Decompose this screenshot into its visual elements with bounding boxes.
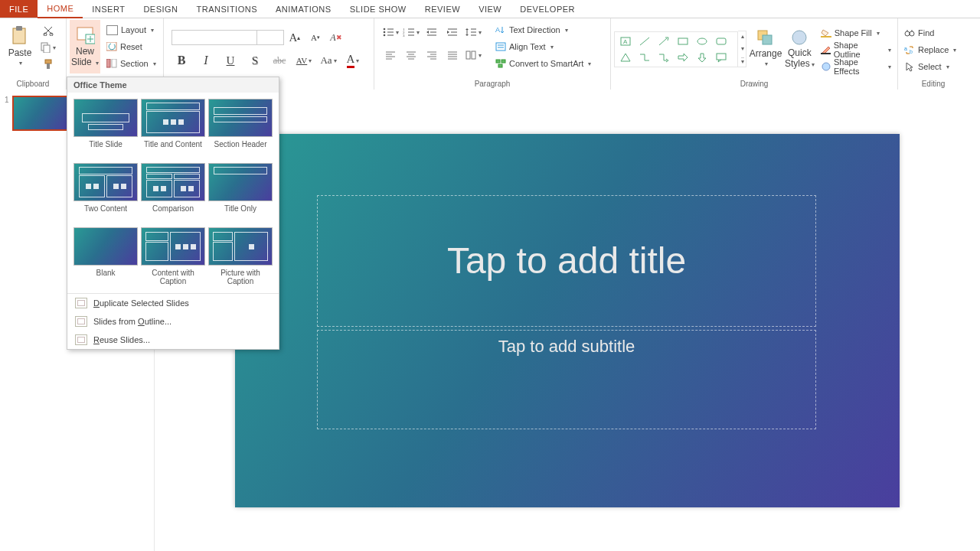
font-color-button[interactable]: A▾ [343,51,363,70]
slides-from-outline-command[interactable]: Slides from Outline... [67,312,279,331]
section-icon [106,59,117,68]
copy-button[interactable]: ▾ [40,40,57,55]
italic-button[interactable]: I [196,51,216,70]
title-placeholder[interactable]: Tap to add title [317,195,816,327]
new-slide-button[interactable]: New Slide ▾ [70,20,100,73]
shape-rect[interactable] [674,34,692,49]
drawing-group-label: Drawing [614,78,894,90]
text-direction-button[interactable]: AText Direction▾ [492,21,594,38]
increase-indent-button[interactable] [443,23,462,41]
shape-right-arrow[interactable] [674,50,692,65]
shadow-button[interactable]: S [245,51,265,70]
change-case-button[interactable]: Aa▾ [318,51,338,70]
slide-thumbnail-1[interactable] [12,96,69,131]
replace-button[interactable]: abReplace▾ [901,41,959,58]
paste-button[interactable]: Paste ▾ [3,20,37,73]
paste-icon [10,25,30,47]
align-text-button[interactable]: Align Text▾ [492,38,594,55]
bullets-button[interactable]: ▾ [381,23,400,41]
layout-title-and-content[interactable]: Title and Content [141,99,205,158]
columns-button[interactable]: ▾ [463,46,483,64]
tab-developer[interactable]: DEVELOPER [511,0,584,18]
svg-rect-69 [717,54,726,60]
shapes-more[interactable]: ▾ [741,57,744,65]
font-name-combo[interactable] [172,30,257,45]
tab-insert[interactable]: INSERT [83,0,134,18]
subtitle-placeholder[interactable]: Tap to add subtitle [317,330,816,429]
shape-line[interactable] [635,34,654,49]
select-button[interactable]: Select▾ [901,58,952,75]
scissors-icon [43,25,54,36]
shapes-gallery[interactable]: A [614,31,738,67]
section-button[interactable]: Section▾ [103,55,159,72]
shape-callout[interactable] [712,50,730,65]
arrange-button[interactable]: Arrange▾ [750,22,782,76]
convert-smartart-button[interactable]: Convert to SmartArt▾ [492,55,594,72]
outline-label: Slides from Outline... [93,317,172,326]
tab-slideshow[interactable]: SLIDE SHOW [341,0,416,18]
tab-transitions[interactable]: TRANSITIONS [188,0,266,18]
replace-label: Replace [918,45,949,54]
layout-title-slide[interactable]: Title Slide [74,99,138,158]
reuse-slides-command[interactable]: Reuse Slides... [67,331,279,349]
shapes-scroll-up[interactable]: ▴ [741,33,744,40]
layout-content-with-caption[interactable]: Content with Caption [141,227,205,287]
grow-font-button[interactable]: A▴ [285,28,305,47]
bold-button[interactable]: B [172,51,191,70]
duplicate-slides-command[interactable]: Duplicate Selected Slides [67,294,279,312]
tab-review[interactable]: REVIEW [416,0,469,18]
numbering-button[interactable]: 123▾ [401,23,421,41]
layout-section-header[interactable]: Section Header [208,99,273,158]
dropdown-header: Office Theme [67,77,279,93]
shapes-scroll-down[interactable]: ▾ [741,45,744,52]
font-size-combo[interactable] [257,30,284,45]
layout-label: Layout [121,25,146,34]
tab-view[interactable]: VIEW [469,0,511,18]
layout-button[interactable]: Layout▾ [103,21,159,38]
shape-effects-button[interactable]: Shape Effects▾ [818,58,894,75]
brush-icon [43,59,54,70]
shape-triangle[interactable] [616,50,635,65]
strikethrough-button[interactable]: abc [270,51,289,70]
align-center-button[interactable] [401,46,421,64]
svg-point-72 [792,31,806,44]
layout-picture-with-caption[interactable]: Picture with Caption [208,227,273,287]
cut-button[interactable] [40,23,57,38]
shape-arrowline[interactable] [655,34,673,49]
quick-styles-button[interactable]: Quick Styles▾ [785,22,815,76]
format-painter-button[interactable] [40,57,57,72]
shape-down-arrow[interactable] [693,50,711,65]
layout-two-content[interactable]: Two Content [74,163,138,223]
char-spacing-button[interactable]: AV▾ [294,51,314,70]
tab-animations[interactable]: ANIMATIONS [266,0,341,18]
shape-oval[interactable] [693,34,711,49]
layout-comparison[interactable]: Comparison [141,163,205,223]
layout-icon [106,25,118,35]
clear-formatting-button[interactable]: A✖ [326,28,346,47]
outline-label: Shape Outline [834,41,884,59]
underline-button[interactable]: U [220,51,240,70]
slide[interactable]: Tap to add title Tap to add subtitle [235,134,900,507]
layout-title-only[interactable]: Title Only [208,163,273,223]
justify-button[interactable] [443,46,462,64]
shrink-font-button[interactable]: A▾ [305,28,325,47]
tab-home[interactable]: HOME [38,0,83,18]
shape-elbow-arrow[interactable] [655,50,673,65]
line-spacing-button[interactable]: ▾ [463,23,483,41]
find-button[interactable]: Find [901,24,937,41]
svg-rect-66 [678,38,688,44]
svg-text:3: 3 [403,34,405,37]
decrease-indent-button[interactable] [422,23,442,41]
align-left-button[interactable] [381,46,400,64]
tab-file[interactable]: FILE [0,0,38,18]
align-right-button[interactable] [422,46,442,64]
layout-blank[interactable]: Blank [74,227,138,287]
shape-roundrect[interactable] [712,34,730,49]
pen-icon [821,45,831,54]
shape-elbow[interactable] [635,50,654,65]
shape-textbox[interactable]: A [616,34,635,49]
tab-design[interactable]: DESIGN [134,0,187,18]
reset-button[interactable]: Reset [103,38,159,55]
shape-outline-button[interactable]: Shape Outline▾ [818,41,894,58]
shape-fill-button[interactable]: Shape Fill▾ [818,24,894,41]
